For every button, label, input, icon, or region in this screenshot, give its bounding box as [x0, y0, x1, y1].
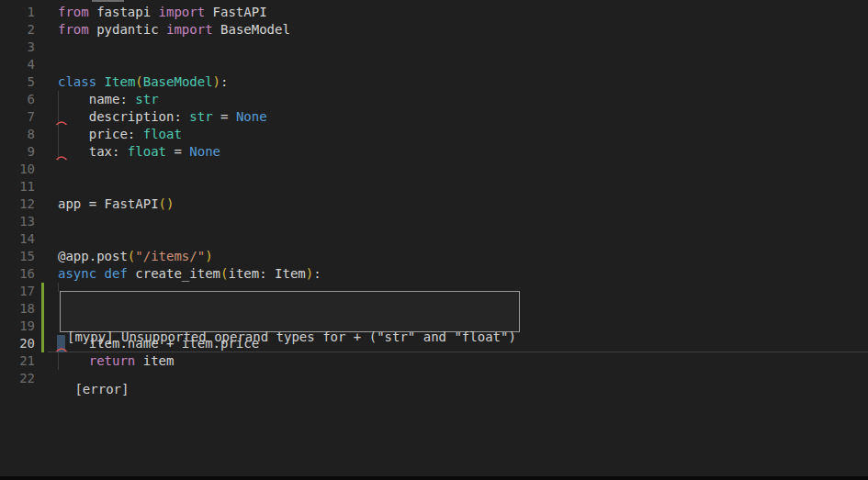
code-text: class Item(BaseModel): — [58, 73, 228, 91]
indent-guide — [58, 91, 59, 161]
window-bottom-edge — [0, 476, 868, 480]
code-line[interactable]: 1from fastapi import FastAPI — [0, 4, 868, 21]
code-line[interactable]: 2from pydantic import BaseModel — [0, 21, 868, 39]
line-number: 2 — [0, 21, 35, 39]
diagnostic-severity: [error] — [67, 381, 519, 398]
code-line[interactable]: 6 name: str — [0, 91, 868, 108]
code-line[interactable]: 16async def create_item(item: Item): — [0, 265, 868, 283]
error-underline-icon — [56, 346, 67, 352]
line-number: 12 — [0, 195, 35, 213]
line-number: 5 — [0, 73, 35, 91]
line-number: 7 — [0, 108, 35, 126]
diagnostic-tooltip: [mypy] Unsupported operand types for + (… — [60, 291, 520, 332]
code-line[interactable]: 15@app.post("/items/") — [0, 248, 868, 265]
line-number: 3 — [0, 39, 35, 56]
code-text: from pydantic import BaseModel — [58, 21, 290, 39]
git-added-indicator — [41, 318, 44, 335]
line-number: 18 — [0, 300, 35, 318]
code-text: app = FastAPI() — [58, 195, 174, 213]
line-number: 19 — [0, 318, 35, 335]
window-top-sliver — [92, 0, 124, 2]
line-number: 4 — [0, 56, 35, 73]
code-line[interactable]: 11 — [0, 178, 868, 195]
error-underline-icon — [56, 154, 67, 161]
code-line[interactable]: 4 — [0, 56, 868, 73]
code-line[interactable]: 14 — [0, 230, 868, 248]
code-line[interactable]: 10 — [0, 161, 868, 178]
error-underline-icon — [56, 119, 67, 126]
git-added-indicator — [41, 283, 44, 300]
code-line[interactable]: 9 tax: float = None — [0, 143, 868, 161]
line-number: 14 — [0, 230, 35, 248]
git-added-indicator — [41, 300, 44, 318]
code-line[interactable]: 3 — [0, 39, 868, 56]
code-text: name: str — [58, 91, 159, 108]
code-line[interactable]: 8 price: float — [0, 126, 868, 143]
code-text: description: str = None — [58, 108, 267, 126]
code-text: tax: float = None — [58, 143, 220, 161]
code-line[interactable]: 13 — [0, 213, 868, 230]
line-number: 10 — [0, 161, 35, 178]
line-number: 9 — [0, 143, 35, 161]
code-line[interactable]: 12app = FastAPI() — [0, 195, 868, 213]
code-text: async def create_item(item: Item): — [58, 265, 321, 283]
line-number: 13 — [0, 213, 35, 230]
line-number: 20 — [0, 335, 35, 352]
line-number: 1 — [0, 4, 35, 21]
indent-guide — [58, 352, 59, 370]
line-number: 11 — [0, 178, 35, 195]
code-line[interactable]: 5class Item(BaseModel): — [0, 73, 868, 91]
line-number: 22 — [0, 370, 35, 387]
editor-window: { "colors": { "background": "#1f1f1f", "… — [0, 0, 868, 480]
code-text: @app.post("/items/") — [58, 248, 213, 265]
line-number: 17 — [0, 283, 35, 300]
code-text: from fastapi import FastAPI — [58, 4, 267, 21]
line-number: 15 — [0, 248, 35, 265]
git-added-indicator — [41, 335, 44, 352]
code-text: price: float — [58, 126, 182, 143]
line-number: 16 — [0, 265, 35, 283]
diagnostic-message: [mypy] Unsupported operand types for + (… — [67, 329, 519, 346]
line-number: 8 — [0, 126, 35, 143]
line-number: 6 — [0, 91, 35, 108]
code-line[interactable]: 7 description: str = None — [0, 108, 868, 126]
line-number: 21 — [0, 352, 35, 370]
indent-guide — [58, 283, 59, 292]
